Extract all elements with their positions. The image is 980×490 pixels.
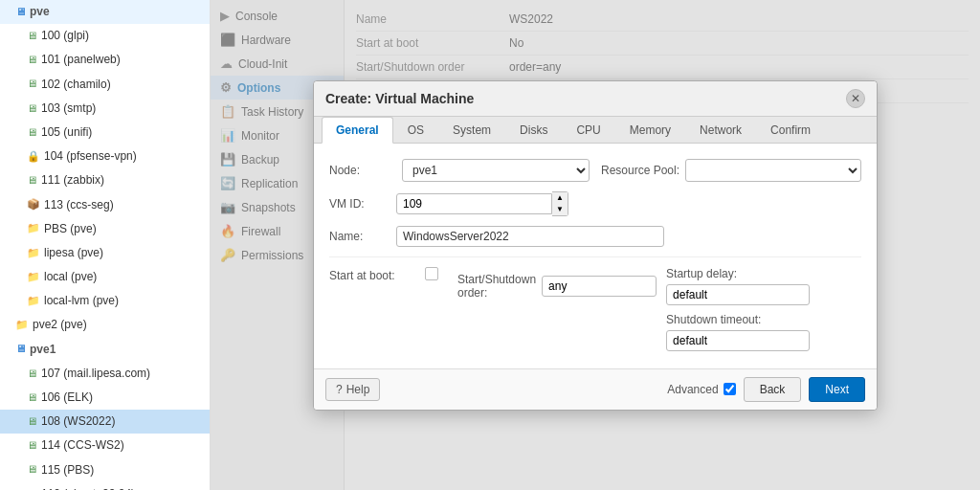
vm-icon: 🖥 bbox=[27, 437, 37, 455]
resource-pool-row: Resource Pool: bbox=[601, 159, 861, 182]
help-button[interactable]: ? Help bbox=[325, 378, 380, 401]
modal-title: Create: Virtual Machine bbox=[325, 91, 474, 106]
sidebar-item-106[interactable]: 🖥 106 (ELK) bbox=[0, 386, 210, 410]
vm-icon: 🖥 bbox=[27, 461, 37, 479]
sidebar-item-105-label: 105 (unifi) bbox=[41, 123, 92, 142]
sidebar-item-115-label: 115 (PBS) bbox=[41, 461, 94, 479]
sidebar-item-101[interactable]: 🖥 101 (panelweb) bbox=[0, 48, 210, 72]
vmid-input[interactable] bbox=[396, 193, 552, 214]
advanced-checkbox[interactable] bbox=[724, 383, 736, 395]
sidebar-item-114-label: 114 (CCS-WS2) bbox=[41, 436, 124, 455]
tab-network[interactable]: Network bbox=[685, 117, 756, 144]
tab-system[interactable]: System bbox=[438, 117, 505, 144]
start-at-boot-checkbox-wrapper bbox=[425, 267, 438, 280]
sidebar-node-pve2[interactable]: 📁 pve2 (pve) bbox=[0, 313, 210, 337]
tab-disks-label: Disks bbox=[520, 123, 547, 137]
boot-row: Start at boot: Start/Shutdownorder: Star… bbox=[329, 267, 861, 351]
sidebar-item-locallvm-pve[interactable]: 📁 local-lvm (pve) bbox=[0, 289, 210, 313]
start-shutdown-input[interactable] bbox=[542, 276, 657, 297]
tab-confirm[interactable]: Confirm bbox=[756, 117, 825, 144]
sidebar-item-103[interactable]: 🖥 103 (smtp) bbox=[0, 97, 210, 121]
vm-icon: 🖥 bbox=[27, 28, 37, 45]
sidebar-item-pbs-pve[interactable]: 📁 PBS (pve) bbox=[0, 217, 210, 241]
sidebar-item-113[interactable]: 📦 113 (ccs-seg) bbox=[0, 193, 210, 217]
sidebar-item-113-label: 113 (ccs-seg) bbox=[44, 196, 114, 214]
node-label: Node: bbox=[329, 164, 396, 177]
sidebar-item-105[interactable]: 🖥 105 (unifi) bbox=[0, 121, 210, 145]
sidebar-item-local-pve[interactable]: 📁 local (pve) bbox=[0, 265, 210, 289]
modal-header: Create: Virtual Machine ✕ bbox=[314, 81, 877, 117]
sidebar-item-107-label: 107 (mail.lipesa.com) bbox=[41, 365, 150, 383]
start-at-boot-label: Start at boot: bbox=[329, 267, 425, 282]
vm-icon: 🖥 bbox=[27, 486, 37, 490]
back-button[interactable]: Back bbox=[744, 377, 802, 402]
vmid-label: VM ID: bbox=[329, 197, 396, 211]
sidebar-item-100[interactable]: 🖥 100 (glpi) bbox=[0, 24, 210, 48]
footer-right: Advanced Back Next bbox=[667, 377, 865, 402]
sidebar-item-101-label: 101 (panelweb) bbox=[41, 51, 121, 69]
tab-system-label: System bbox=[453, 123, 491, 137]
sidebar-item-103-label: 103 (smtp) bbox=[41, 100, 96, 118]
storage-icon: 📁 bbox=[27, 269, 40, 286]
node-select[interactable]: pve1 bbox=[402, 159, 590, 182]
tab-os[interactable]: OS bbox=[393, 117, 438, 144]
start-shutdown-field: Start/Shutdownorder: bbox=[457, 267, 657, 305]
sidebar-item-114[interactable]: 🖥 114 (CCS-WS2) bbox=[0, 434, 210, 457]
server-icon: 🖥 bbox=[15, 341, 26, 358]
sidebar-item-pbs-pve-label: PBS (pve) bbox=[44, 220, 97, 238]
tab-disks[interactable]: Disks bbox=[505, 117, 562, 144]
sidebar-item-lipesa-pve[interactable]: 📁 lipesa (pve) bbox=[0, 241, 210, 265]
sidebar-item-110[interactable]: 🖥 110 (ubuntu22.04) bbox=[0, 482, 210, 490]
next-button-label: Next bbox=[825, 383, 849, 396]
sidebar-item-115[interactable]: 🖥 115 (PBS) bbox=[0, 458, 210, 482]
form-divider bbox=[329, 256, 861, 257]
tab-os-label: OS bbox=[408, 123, 424, 137]
modal-footer: ? Help Advanced Back Next bbox=[314, 368, 877, 410]
name-input[interactable] bbox=[396, 226, 664, 247]
sidebar-node-pve1[interactable]: 🖥 pve1 bbox=[0, 338, 210, 362]
advanced-label: Advanced bbox=[667, 383, 718, 396]
tab-cpu-label: CPU bbox=[576, 123, 600, 137]
sidebar-item-100-label: 100 (glpi) bbox=[41, 27, 89, 45]
vm-icon: 🖥 bbox=[27, 76, 37, 93]
sidebar-item-104[interactable]: 🔒 104 (pfsense-vpn) bbox=[0, 145, 210, 168]
tab-memory[interactable]: Memory bbox=[615, 117, 685, 144]
lxc-icon: 📦 bbox=[27, 196, 40, 213]
name-row: Name: bbox=[329, 226, 861, 247]
storage-icon: 📁 bbox=[27, 293, 40, 310]
sidebar-item-locallvm-pve-label: local-lvm (pve) bbox=[44, 292, 119, 310]
vm-icon: 🖥 bbox=[27, 100, 37, 118]
sidebar-item-102[interactable]: 🖥 102 (chamilo) bbox=[0, 73, 210, 97]
start-shutdown-order-label: Start/Shutdownorder: bbox=[457, 273, 536, 300]
boot-right: Start/Shutdownorder: Startup delay: Shut… bbox=[457, 267, 861, 351]
start-at-boot-checkbox[interactable] bbox=[425, 267, 438, 280]
tab-general[interactable]: General bbox=[322, 117, 393, 144]
advanced-checkbox-wrapper: Advanced bbox=[667, 383, 735, 396]
startup-delay-input[interactable] bbox=[666, 284, 810, 305]
modal-close-button[interactable]: ✕ bbox=[846, 89, 865, 108]
resource-pool-select[interactable] bbox=[685, 159, 861, 182]
vm-icon: 🖥 bbox=[27, 390, 37, 407]
vmid-row: VM ID: ▲ ▼ bbox=[329, 191, 861, 216]
tab-memory-label: Memory bbox=[630, 123, 671, 137]
sidebar-item-108[interactable]: 🖥 108 (WS2022) bbox=[0, 410, 210, 434]
vmid-decrement-button[interactable]: ▼ bbox=[552, 204, 568, 215]
next-button[interactable]: Next bbox=[809, 377, 865, 402]
shutdown-timeout-input[interactable] bbox=[666, 330, 810, 351]
tab-cpu[interactable]: CPU bbox=[562, 117, 614, 144]
resource-pool-label: Resource Pool: bbox=[601, 164, 679, 177]
sidebar-item-107[interactable]: 🖥 107 (mail.lipesa.com) bbox=[0, 362, 210, 386]
create-vm-modal: Create: Virtual Machine ✕ General OS Sys… bbox=[313, 80, 878, 411]
footer-left: ? Help bbox=[325, 378, 380, 401]
vmid-spinner: ▲ ▼ bbox=[396, 191, 568, 216]
shutdown-timeout-label: Shutdown timeout: bbox=[666, 313, 861, 326]
shutdown-timeout-field: Shutdown timeout: bbox=[666, 313, 861, 351]
tab-network-label: Network bbox=[700, 123, 742, 137]
vm-icon: 🔒 bbox=[27, 148, 40, 166]
sidebar-item-111[interactable]: 🖥 111 (zabbix) bbox=[0, 168, 210, 192]
vmid-increment-button[interactable]: ▲ bbox=[552, 192, 568, 204]
node-select-wrapper: pve1 bbox=[402, 159, 590, 182]
sidebar-node-pve[interactable]: 🖥 pve bbox=[0, 0, 210, 24]
vmid-spinner-buttons: ▲ ▼ bbox=[552, 191, 568, 216]
startup-delay-label: Startup delay: bbox=[666, 267, 737, 280]
